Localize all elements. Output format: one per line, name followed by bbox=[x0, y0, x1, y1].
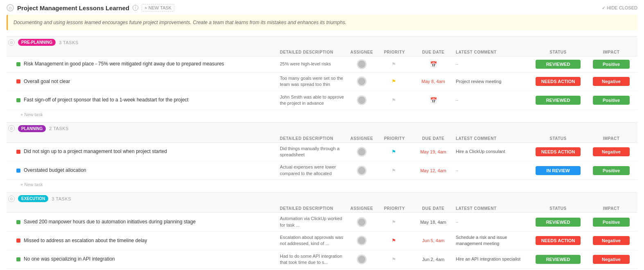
column-headers-planning: DETAILED DESCRIPTION ASSIGNEE PRIORITY D… bbox=[7, 135, 637, 143]
impact-badge[interactable]: Negative bbox=[593, 255, 630, 264]
priority-flag: ⚑ bbox=[392, 97, 397, 103]
due-date-cell[interactable]: Jun 2, 4am bbox=[411, 257, 456, 262]
task-row-planning-0[interactable]: Did not sign up to a project management … bbox=[7, 143, 637, 162]
impact-cell[interactable]: Negative bbox=[587, 77, 636, 86]
comment-text: Schedule a risk and issue management mee… bbox=[456, 235, 507, 246]
status-cell[interactable]: NEEDS ACTION bbox=[529, 236, 587, 245]
status-badge[interactable]: NEEDS ACTION bbox=[536, 236, 581, 245]
impact-cell[interactable]: Positive bbox=[587, 166, 636, 175]
avatar[interactable] bbox=[357, 59, 367, 69]
priority-cell[interactable]: ⚑ bbox=[378, 79, 411, 84]
comment-cell: – bbox=[456, 97, 529, 103]
assignee-cell[interactable] bbox=[345, 166, 378, 176]
avatar[interactable] bbox=[357, 95, 367, 105]
due-date-cell[interactable]: Jun 5, 4am bbox=[411, 238, 456, 243]
status-cell[interactable]: REVIEWED bbox=[529, 255, 587, 264]
due-date-cell[interactable]: May 18, 4am bbox=[411, 220, 456, 225]
hide-closed-button[interactable]: ✓ HIDE CLOSED bbox=[602, 5, 637, 11]
priority-cell[interactable]: ⚑ bbox=[378, 238, 411, 243]
impact-badge[interactable]: Negative bbox=[593, 236, 630, 245]
status-cell[interactable]: NEEDS ACTION bbox=[529, 147, 587, 156]
collapse-icon[interactable]: ⊙ bbox=[7, 4, 14, 11]
avatar[interactable] bbox=[357, 76, 367, 86]
task-row-execution-2[interactable]: No one was specializing in API integrati… bbox=[7, 250, 637, 269]
avatar[interactable] bbox=[357, 236, 367, 245]
status-badge[interactable]: NEEDS ACTION bbox=[536, 147, 581, 156]
comment-cell: Hire an API integration specialist bbox=[456, 256, 529, 262]
status-cell[interactable]: IN REVIEW bbox=[529, 166, 587, 175]
impact-cell[interactable]: Negative bbox=[587, 255, 636, 264]
status-badge[interactable]: IN REVIEW bbox=[536, 166, 581, 175]
comment-dash: – bbox=[456, 219, 458, 224]
new-task-row-pre-planning[interactable]: + New task bbox=[7, 110, 637, 119]
section-expand-planning[interactable]: ⊙ bbox=[8, 125, 15, 132]
col-priority: PRIORITY bbox=[378, 50, 411, 54]
priority-cell[interactable]: ⚑ bbox=[378, 61, 411, 67]
task-dot bbox=[16, 257, 20, 261]
banner: Documenting and using lessons learned en… bbox=[7, 15, 637, 30]
comment-cell: Hire a ClickUp consulant bbox=[456, 148, 529, 155]
priority-cell[interactable]: ⚑ bbox=[378, 219, 411, 225]
impact-badge[interactable]: Positive bbox=[593, 166, 630, 175]
priority-flag: ⚑ bbox=[392, 79, 397, 84]
avatar[interactable] bbox=[357, 254, 367, 264]
assignee-cell[interactable] bbox=[345, 254, 378, 264]
impact-badge[interactable]: Negative bbox=[593, 77, 630, 86]
impact-cell[interactable]: Positive bbox=[587, 96, 636, 105]
section-expand-execution[interactable]: ⊙ bbox=[8, 196, 15, 202]
priority-cell[interactable]: ⚑ bbox=[378, 256, 411, 262]
status-cell[interactable]: REVIEWED bbox=[529, 60, 587, 69]
section-badge-pre-planning: PRE-PLANNING bbox=[18, 39, 56, 46]
impact-badge[interactable]: Positive bbox=[593, 96, 630, 105]
task-row-pre-planning-2[interactable]: Fast sign-off of project sponsor that le… bbox=[7, 91, 637, 110]
status-cell[interactable]: REVIEWED bbox=[529, 218, 587, 227]
priority-flag: ⚑ bbox=[392, 238, 397, 243]
impact-cell[interactable]: Negative bbox=[587, 147, 636, 156]
status-badge[interactable]: REVIEWED bbox=[536, 96, 581, 105]
impact-cell[interactable]: Positive bbox=[587, 60, 636, 69]
impact-badge[interactable]: Positive bbox=[593, 218, 630, 227]
status-badge[interactable]: REVIEWED bbox=[536, 255, 581, 264]
info-icon[interactable]: i bbox=[133, 5, 138, 11]
avatar[interactable] bbox=[357, 166, 367, 176]
impact-cell[interactable]: Positive bbox=[587, 218, 636, 227]
task-row-execution-0[interactable]: Saved 200 manpower hours due to automati… bbox=[7, 213, 637, 232]
due-date-text: May 8, 4am bbox=[421, 79, 445, 84]
col-impact: IMPACT bbox=[587, 50, 636, 54]
assignee-cell[interactable] bbox=[345, 76, 378, 86]
status-badge[interactable]: REVIEWED bbox=[536, 218, 581, 227]
new-task-header-button[interactable]: + NEW TASK bbox=[142, 4, 174, 11]
avatar-inner bbox=[358, 148, 365, 155]
impact-cell[interactable]: Negative bbox=[587, 236, 636, 245]
priority-cell[interactable]: ⚑ bbox=[378, 168, 411, 173]
status-badge[interactable]: NEEDS ACTION bbox=[536, 77, 581, 86]
assignee-cell[interactable] bbox=[345, 59, 378, 69]
status-cell[interactable]: REVIEWED bbox=[529, 96, 587, 105]
impact-badge[interactable]: Negative bbox=[593, 147, 630, 156]
impact-badge[interactable]: Positive bbox=[593, 60, 630, 69]
task-name-text: Risk Management in good place - 75% were… bbox=[24, 61, 224, 68]
due-date-cell[interactable]: 📅 bbox=[411, 97, 456, 104]
col-description: DETAILED DESCRIPTION bbox=[280, 50, 345, 54]
due-date-cell[interactable]: May 19, 4am bbox=[411, 149, 456, 154]
status-cell[interactable]: NEEDS ACTION bbox=[529, 77, 587, 86]
priority-cell[interactable]: ⚑ bbox=[378, 149, 411, 155]
task-row-pre-planning-1[interactable]: Overall goal not clear Too many goals we… bbox=[7, 72, 637, 91]
assignee-cell[interactable] bbox=[345, 95, 378, 105]
priority-cell[interactable]: ⚑ bbox=[378, 97, 411, 103]
due-date-cell[interactable]: May 12, 4am bbox=[411, 168, 456, 173]
task-row-execution-1[interactable]: Missed to address an escalation about th… bbox=[7, 232, 637, 250]
assignee-cell[interactable] bbox=[345, 147, 378, 157]
task-description: 25% were high-level risks bbox=[280, 61, 345, 67]
status-badge[interactable]: REVIEWED bbox=[536, 60, 581, 69]
task-row-planning-1[interactable]: Overstated budget allocation Actual expe… bbox=[7, 161, 637, 180]
avatar[interactable] bbox=[357, 147, 367, 157]
assignee-cell[interactable] bbox=[345, 217, 378, 227]
assignee-cell[interactable] bbox=[345, 236, 378, 245]
due-date-cell[interactable]: May 8, 4am bbox=[411, 79, 456, 84]
task-row-pre-planning-0[interactable]: Risk Management in good place - 75% were… bbox=[7, 56, 637, 72]
section-expand-pre-planning[interactable]: ⊙ bbox=[8, 39, 15, 46]
avatar[interactable] bbox=[357, 217, 367, 227]
due-date-cell[interactable]: 📅 bbox=[411, 61, 456, 68]
new-task-row-planning[interactable]: + New task bbox=[7, 180, 637, 189]
